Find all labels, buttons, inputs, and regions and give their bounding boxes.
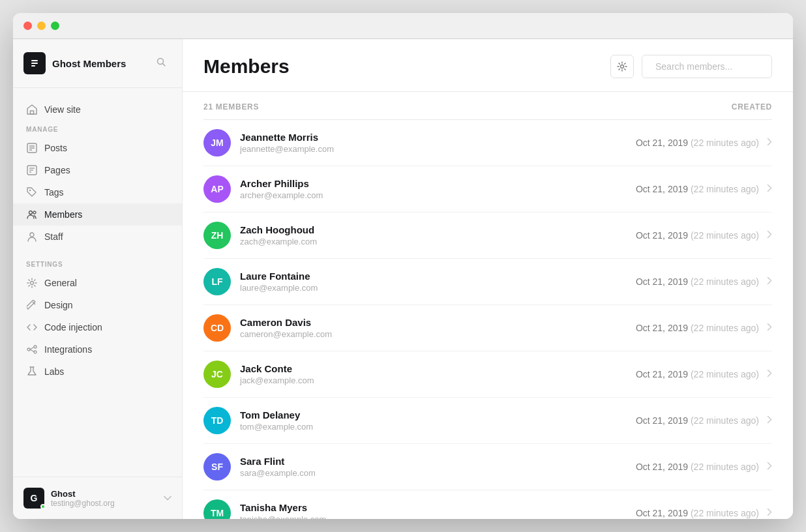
member-avatar: SF [203,453,231,480]
app-window: Ghost Members [13,13,793,519]
member-row[interactable]: TD Tom Delaney tom@example.com Oct 21, 2… [203,398,772,444]
member-date-ago: (22 minutes ago) [691,138,759,148]
member-avatar: TD [203,407,231,434]
svg-point-22 [34,351,37,353]
close-button[interactable] [23,22,32,30]
staff-label: Staff [44,231,63,242]
member-left: AP Archer Phillips archer@example.com [203,175,323,203]
sidebar-item-members[interactable]: Members [13,203,182,226]
member-initials: TD [211,415,224,426]
member-name: Zach Hooghoud [240,224,317,235]
design-label: Design [44,300,73,310]
search-input[interactable] [655,61,769,72]
member-row[interactable]: TM Tanisha Myers tanisha@example.com Oct… [203,490,772,519]
member-date: Oct 21, 2019 (22 minutes ago) [636,462,759,472]
members-container: JM Jeannette Morris jeannette@example.co… [203,120,772,519]
member-date: Oct 21, 2019 (22 minutes ago) [636,508,759,518]
maximize-button[interactable] [51,22,59,30]
member-email: cameron@example.com [240,329,332,339]
member-chevron-icon [767,368,772,380]
header-actions [610,55,772,78]
sidebar-item-pages[interactable]: Pages [13,159,182,181]
svg-point-16 [29,211,33,214]
member-email: archer@example.com [240,190,323,200]
member-row[interactable]: LF Laure Fontaine laure@example.com Oct … [203,259,772,305]
svg-point-17 [33,211,36,214]
members-icon [26,209,38,220]
svg-point-26 [621,65,624,68]
member-date-ago: (22 minutes ago) [691,323,759,333]
footer-chevron-icon [164,494,172,503]
member-initials: JM [211,138,223,148]
member-avatar: CD [203,314,231,342]
svg-point-19 [31,282,34,285]
sidebar-brand: Ghost Members [23,52,126,74]
sidebar-footer[interactable]: G Ghost testing@ghost.org [13,477,182,519]
member-avatar: JC [203,361,231,388]
sidebar-item-tags[interactable]: Tags [13,181,182,203]
settings-icon [617,61,627,72]
member-date-ago: (22 minutes ago) [691,508,759,518]
sidebar-item-code-injection[interactable]: Code injection [13,316,182,338]
minimize-button[interactable] [37,22,46,30]
member-info: Cameron Davis cameron@example.com [240,317,332,339]
sidebar-item-staff[interactable]: Staff [13,226,182,248]
member-right: Oct 21, 2019 (22 minutes ago) [636,461,772,473]
online-indicator [40,504,46,509]
sidebar-item-view-site[interactable]: View site [13,98,182,121]
sidebar: Ghost Members [13,39,183,519]
labs-icon [26,366,38,377]
member-date: Oct 21, 2019 (22 minutes ago) [636,415,759,426]
search-bar[interactable] [642,55,772,78]
member-row[interactable]: JM Jeannette Morris jeannette@example.co… [203,120,772,166]
member-row[interactable]: CD Cameron Davis cameron@example.com Oct… [203,305,772,351]
ghost-icon [29,57,40,69]
members-label: Members [44,209,82,220]
member-avatar: TM [203,499,231,519]
svg-line-5 [163,64,166,66]
app-body: Ghost Members [13,39,793,519]
member-chevron-icon [767,415,772,426]
svg-point-20 [27,348,30,351]
member-right: Oct 21, 2019 (22 minutes ago) [636,507,772,519]
member-name: Jeannette Morris [240,132,334,143]
sidebar-search-icon[interactable] [153,54,169,72]
tag-icon [26,186,38,198]
member-row[interactable]: SF Sara Flint sara@example.com Oct 21, 2… [203,444,772,490]
member-date-ago: (22 minutes ago) [691,184,759,194]
sidebar-item-integrations[interactable]: Integrations [13,338,182,361]
sidebar-item-posts[interactable]: Posts [13,137,182,159]
settings-gear-button[interactable] [610,55,634,78]
sidebar-item-labs[interactable]: Labs [13,361,182,383]
svg-line-23 [30,347,34,350]
member-chevron-icon [767,276,772,288]
sidebar-footer-left: G Ghost testing@ghost.org [23,488,115,509]
main-header: Members [183,39,793,92]
member-row[interactable]: ZH Zach Hooghoud zach@example.com Oct 21… [203,213,772,259]
member-initials: JC [211,369,223,379]
member-info: Tanisha Myers tanisha@example.com [240,502,326,519]
members-list: 21 MEMBERS CREATED JM Jeannette Morris j… [183,92,793,519]
member-email: jack@example.com [240,376,314,385]
member-chevron-icon [767,461,772,473]
member-avatar: AP [203,175,231,203]
member-left: CD Cameron Davis cameron@example.com [203,314,332,342]
member-info: Jack Conte jack@example.com [240,363,314,385]
view-site-label: View site [44,104,81,115]
member-date-ago: (22 minutes ago) [691,462,759,472]
sidebar-nav: View site MANAGE Posts [13,88,182,477]
posts-icon [26,142,38,154]
member-date: Oct 21, 2019 (22 minutes ago) [636,323,759,333]
sidebar-item-design[interactable]: Design [13,294,182,316]
member-row[interactable]: AP Archer Phillips archer@example.com Oc… [203,166,772,213]
sidebar-item-general[interactable]: General [13,272,182,294]
footer-avatar: G [23,488,44,509]
svg-rect-1 [31,60,38,61]
settings-section-label: SETTINGS [13,256,182,272]
member-email: tom@example.com [240,422,313,432]
member-avatar: LF [203,268,231,295]
footer-name: Ghost [51,489,115,499]
design-icon [26,299,38,311]
svg-rect-6 [31,111,34,114]
member-row[interactable]: JC Jack Conte jack@example.com Oct 21, 2… [203,351,772,398]
